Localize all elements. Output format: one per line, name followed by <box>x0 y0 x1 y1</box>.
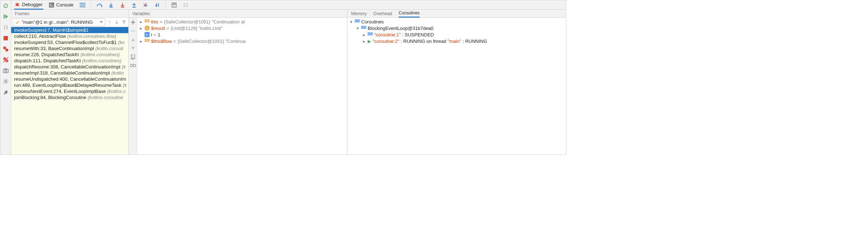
svg-point-12 <box>5 81 6 82</box>
drop-frame-icon[interactable] <box>142 2 149 8</box>
variables-header: Variables <box>129 10 347 18</box>
svg-point-30 <box>174 6 175 6</box>
svg-point-10 <box>5 70 7 72</box>
frame-item[interactable]: resumeUndispatched:400, CancellableConti… <box>11 76 128 82</box>
tab-debugger[interactable]: Debugger <box>14 0 43 10</box>
svg-rect-3 <box>4 36 8 40</box>
tab-overhead[interactable]: Overhead <box>373 10 392 18</box>
svg-point-5 <box>5 49 8 52</box>
add-watch-icon[interactable] <box>130 19 136 26</box>
expand-icon[interactable]: ▸ <box>139 26 143 30</box>
variable-row[interactable]: 01 i = 1 <box>139 31 346 38</box>
settings-icon[interactable] <box>2 77 10 85</box>
tab-debugger-label: Debugger <box>22 2 43 7</box>
copy-icon[interactable] <box>130 54 136 60</box>
run-to-cursor-icon[interactable] <box>154 2 160 8</box>
expand-icon[interactable]: ▸ <box>362 39 366 43</box>
tab-console-label: Console <box>56 2 74 8</box>
variable-row[interactable]: ▸ $this$flow = {SafeCollector@1051} "Con… <box>139 38 346 44</box>
coroutines-tree[interactable]: ▾ Coroutines ▾ BlockingEventLoop@31b7dea… <box>347 18 566 155</box>
filter-icon[interactable] <box>121 19 127 25</box>
thread-selector[interactable]: "main"@1 in gr...main": RUNNING <box>13 18 105 26</box>
collapse-icon[interactable]: ▾ <box>349 19 353 24</box>
coroutine-item[interactable]: ▸ ▶ "coroutine:2": RUNNING on thread "ma… <box>349 38 564 44</box>
rerun-icon[interactable] <box>2 2 10 10</box>
left-rail <box>0 0 11 155</box>
coroutine-loop[interactable]: ▾ BlockingEventLoop@31b7dea0 <box>349 25 564 31</box>
expand-icon[interactable]: ▸ <box>362 32 366 37</box>
frame-item[interactable]: processNextEvent:274, EventLoopImplBase(… <box>11 88 128 94</box>
frame-item[interactable]: run:489, EventLoopImplBase$DelayedResume… <box>11 82 128 88</box>
tab-coroutines[interactable]: Coroutines <box>399 10 420 18</box>
svg-rect-28 <box>173 4 176 5</box>
evaluate-icon[interactable] <box>171 2 177 8</box>
svg-rect-41 <box>132 54 135 58</box>
right-tabs: Memory Overhead Coroutines <box>347 10 566 18</box>
frames-list[interactable]: invokeSuspend:7, MainKt$simple$1 collect… <box>11 27 128 155</box>
svg-rect-0 <box>4 14 5 19</box>
step-into-icon[interactable] <box>108 2 114 8</box>
stop-icon[interactable] <box>2 34 10 42</box>
object-icon <box>145 39 150 43</box>
group-icon <box>355 19 360 24</box>
debug-toolbar: Debugger Console <box>11 0 566 10</box>
next-frame-icon[interactable] <box>114 19 120 25</box>
group-icon <box>361 26 366 30</box>
primitive-icon: 01 <box>145 32 150 37</box>
remove-watch-icon[interactable] <box>130 28 136 34</box>
variables-panel: Variables ▸ this = {Safe <box>129 10 347 155</box>
console-icon <box>49 3 54 8</box>
expand-icon[interactable]: ▸ <box>139 19 143 24</box>
frame-item[interactable]: dispatch:111, DispatchedTaskKt(kotlinx.c… <box>11 58 128 64</box>
pin-icon[interactable] <box>2 88 10 96</box>
chevron-down-icon <box>100 21 103 23</box>
coroutines-panel: Memory Overhead Coroutines ▾ Coroutines … <box>347 10 566 155</box>
frame-item[interactable]: joinBlocking:84, BlockingCoroutine(kotli… <box>11 94 128 100</box>
thread-selector-label: "main"@1 in gr...main": RUNNING <box>22 19 93 25</box>
step-out-icon[interactable] <box>131 2 137 8</box>
trace-icon[interactable] <box>182 2 189 8</box>
mute-breakpoints-icon[interactable] <box>2 56 10 64</box>
expand-icon[interactable]: ▸ <box>139 39 143 43</box>
frames-header: Frames <box>11 10 128 18</box>
svg-point-4 <box>3 46 6 49</box>
breakpoints-icon[interactable] <box>2 45 10 53</box>
variable-row[interactable]: ▸ this = {SafeCollector@1051} "Continuat… <box>139 18 346 25</box>
resume-icon[interactable] <box>2 13 10 21</box>
frame-item[interactable]: invokeSuspend:7, MainKt$simple$1 <box>11 27 128 33</box>
svg-point-13 <box>16 3 19 6</box>
step-over-icon[interactable] <box>96 2 103 8</box>
svg-rect-11 <box>5 68 7 70</box>
force-step-into-icon[interactable] <box>119 2 126 8</box>
up-icon[interactable] <box>130 36 136 43</box>
frame-item[interactable]: collect:210, AbstractFlow(kotlinx.corout… <box>11 33 128 39</box>
running-icon: ▶ <box>368 39 371 44</box>
object-icon <box>145 19 150 24</box>
variables-tree[interactable]: ▸ this = {SafeCollector@1051} "Continuat… <box>137 18 347 155</box>
variables-sidebar <box>129 18 137 155</box>
prev-frame-icon[interactable] <box>107 19 112 25</box>
threads-icon[interactable] <box>79 2 86 8</box>
frame-item[interactable]: resumeWith:33, BaseContinuationImpl(kotl… <box>11 45 128 52</box>
tab-memory[interactable]: Memory <box>351 10 367 18</box>
coroutine-item[interactable]: ▸ "coroutine:1": SUSPENDED <box>349 31 564 38</box>
frame-item[interactable]: invokeSuspend:53, ChannelFlow$collectToF… <box>11 39 128 45</box>
collapse-icon[interactable]: ▾ <box>355 26 360 30</box>
pause-icon[interactable] <box>2 23 10 31</box>
frames-panel: Frames "main"@1 in gr...main": RUNNING i… <box>11 10 129 155</box>
check-icon <box>15 20 19 24</box>
frame-item[interactable]: resumeImpl:318, CancellableContinuationI… <box>11 70 128 76</box>
frame-item[interactable]: dispatchResume:308, CancellableContinuat… <box>11 64 128 70</box>
variable-row[interactable]: ▸ p $result = {Unit@1129} "kotlin.Unit" <box>139 25 346 31</box>
svg-rect-2 <box>6 25 8 30</box>
group-icon <box>368 32 373 37</box>
camera-icon[interactable] <box>2 67 10 75</box>
bug-icon <box>15 2 20 7</box>
coroutine-root[interactable]: ▾ Coroutines <box>349 18 564 25</box>
glasses-icon[interactable] <box>130 62 136 69</box>
frame-item[interactable]: resume:226, DispatchedTaskKt(kotlinx.cor… <box>11 52 128 58</box>
tab-console[interactable]: Console <box>48 0 74 10</box>
svg-point-42 <box>130 64 133 67</box>
svg-rect-1 <box>4 25 5 30</box>
down-icon[interactable] <box>130 45 136 52</box>
